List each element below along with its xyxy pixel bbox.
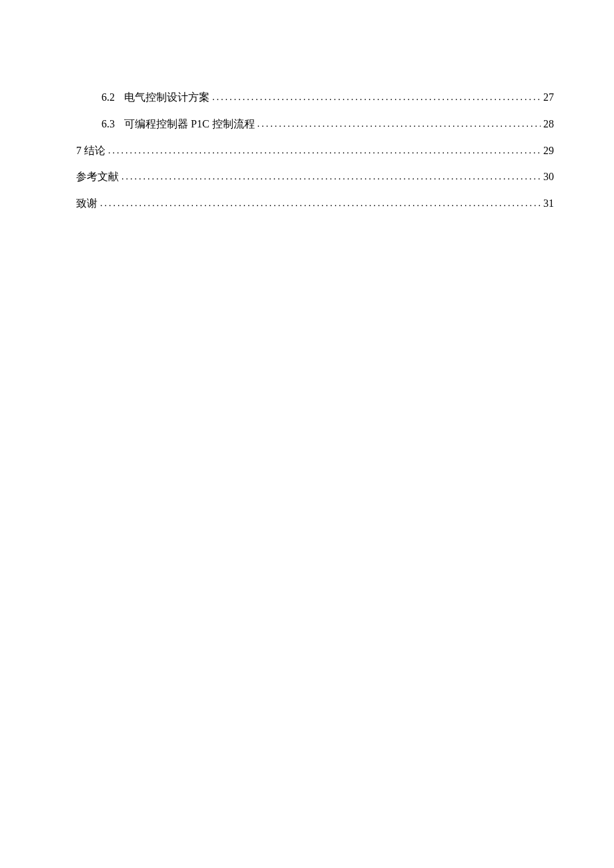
toc-entry-title: 可编程控制器 P1C 控制流程 <box>124 117 255 130</box>
toc-entry-page: 27 <box>543 91 554 103</box>
toc-entry-title: 7 结论 <box>76 144 105 157</box>
toc-leader-dots <box>258 119 541 130</box>
toc-leader-dots <box>108 145 541 157</box>
toc-entry-page: 30 <box>543 170 554 183</box>
toc-entry-page: 29 <box>543 144 554 157</box>
toc-entry: 致谢 31 <box>76 197 554 210</box>
toc-leader-dots <box>100 198 541 209</box>
toc-entry: 7 结论 29 <box>76 144 554 157</box>
toc-entry-title: 电气控制设计方案 <box>124 91 210 103</box>
toc-leader-dots <box>121 171 541 183</box>
toc-entry-title: 致谢 <box>76 197 97 209</box>
toc-entry-page: 31 <box>543 197 554 209</box>
toc-entry-number: 6.2 <box>101 91 115 103</box>
toc-entry-title: 参考文献 <box>76 170 119 183</box>
toc-leader-dots <box>212 92 541 103</box>
toc-entry-page: 28 <box>543 117 554 130</box>
toc-entry: 6.2 电气控制设计方案 27 <box>76 91 554 104</box>
toc-entry: 参考文献 30 <box>76 170 554 183</box>
toc-entry: 6.3 可编程控制器 P1C 控制流程 28 <box>76 117 554 131</box>
toc-entry-number: 6.3 <box>101 117 115 130</box>
